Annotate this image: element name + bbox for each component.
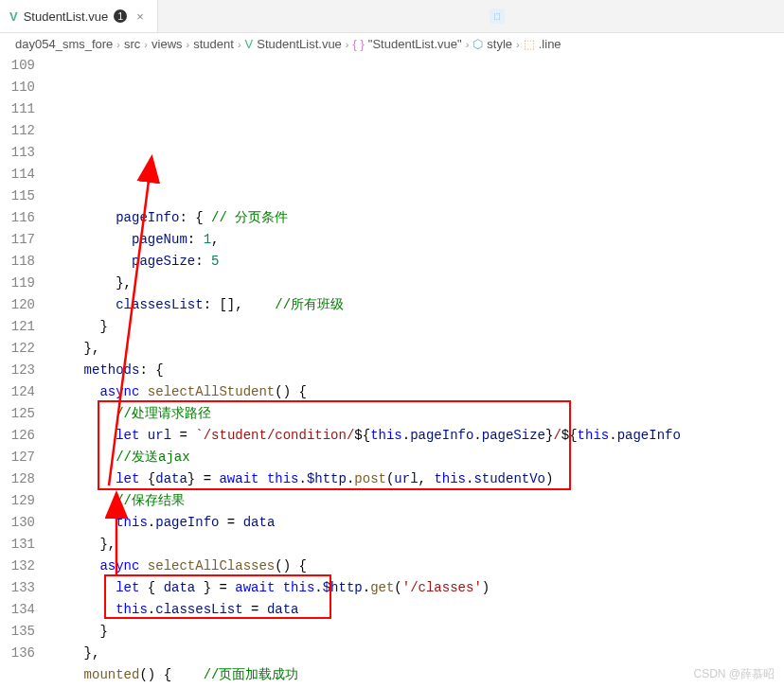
code-line[interactable]: }: [52, 621, 784, 643]
line-number: 120: [0, 294, 35, 316]
chevron-right-icon: ›: [144, 39, 148, 50]
line-number: 125: [0, 403, 35, 425]
code-line[interactable]: }: [52, 316, 784, 338]
tab-filename: StudentList.vue: [24, 9, 109, 24]
tab-bar: V StudentList.vue 1 × ⬚: [0, 0, 784, 33]
breadcrumb-item[interactable]: student: [193, 37, 234, 51]
code-line[interactable]: classesList: [], //所有班级: [52, 294, 784, 316]
line-number: 131: [0, 534, 35, 556]
line-number: 130: [0, 512, 35, 534]
line-number: 114: [0, 164, 35, 185]
line-number: 116: [0, 207, 35, 229]
cube-icon: ⬡: [472, 37, 483, 51]
close-icon[interactable]: ×: [133, 9, 148, 24]
breadcrumb-item[interactable]: views: [151, 37, 183, 51]
line-number: 126: [0, 425, 35, 447]
breadcrumb-item[interactable]: style: [487, 37, 512, 51]
code-line[interactable]: mounted() { //页面加载成功: [52, 664, 784, 686]
chevron-right-icon: ›: [116, 39, 120, 50]
line-number: 123: [0, 360, 35, 381]
chevron-right-icon: ›: [466, 39, 470, 50]
chevron-right-icon: ›: [346, 39, 349, 50]
code-line[interactable]: let {data} = await this.$http.post(url, …: [52, 468, 784, 490]
code-line[interactable]: let url = `/student/condition/${this.pag…: [52, 425, 784, 447]
line-number: 127: [0, 447, 35, 468]
line-number: 122: [0, 338, 35, 360]
line-number: 118: [0, 251, 35, 273]
line-number: 112: [0, 120, 35, 142]
vue-icon: V: [245, 37, 254, 51]
watermark: CSDN @薛慕昭: [693, 666, 775, 682]
breadcrumb-item[interactable]: "StudentList.vue": [368, 37, 462, 51]
code-line[interactable]: let { data } = await this.$http.get('/cl…: [52, 577, 784, 599]
file-tab[interactable]: V StudentList.vue 1 ×: [0, 0, 158, 32]
line-number: 124: [0, 381, 35, 403]
breadcrumb-item[interactable]: day054_sms_fore: [15, 37, 113, 51]
code-line[interactable]: async selectAllClasses() {: [52, 556, 784, 577]
line-number: 119: [0, 273, 35, 294]
code-line[interactable]: },: [52, 643, 784, 664]
breadcrumb-item[interactable]: StudentList.vue: [257, 37, 342, 51]
chevron-right-icon: ›: [516, 39, 520, 50]
breadcrumb-item[interactable]: src: [124, 37, 140, 51]
code-line[interactable]: methods: {: [52, 360, 784, 381]
code-line[interactable]: //处理请求路径: [52, 403, 784, 425]
line-number: 135: [0, 621, 35, 643]
line-number: 136: [0, 643, 35, 664]
code-area[interactable]: pageInfo: { // 分页条件 pageNum: 1, pageSize…: [52, 55, 784, 688]
breadcrumb-item[interactable]: .line: [539, 37, 561, 51]
line-number: 109: [0, 55, 35, 77]
code-line[interactable]: pageSize: 5: [52, 251, 784, 273]
brace-icon: { }: [353, 37, 365, 51]
modified-badge: 1: [114, 9, 127, 23]
top-badge-icon: ⬚: [490, 9, 505, 24]
line-number: 128: [0, 468, 35, 490]
line-number: 132: [0, 556, 35, 577]
chevron-right-icon: ›: [187, 39, 190, 50]
code-line[interactable]: pageInfo: { // 分页条件: [52, 207, 784, 229]
code-line[interactable]: async selectAllStudent() {: [52, 381, 784, 403]
line-number: 115: [0, 185, 35, 207]
code-line[interactable]: //保存结果: [52, 490, 784, 512]
code-line[interactable]: pageNum: 1,: [52, 229, 784, 251]
breadcrumb: day054_sms_fore › src › views › student …: [0, 33, 784, 55]
line-gutter: 1091101111121131141151161171181191201211…: [0, 55, 52, 688]
line-number: 134: [0, 599, 35, 621]
line-number: 133: [0, 577, 35, 599]
chevron-right-icon: ›: [238, 39, 241, 50]
field-icon: ⬚: [524, 37, 535, 51]
line-number: 117: [0, 229, 35, 251]
line-number: 113: [0, 142, 35, 164]
code-line[interactable]: this.pageInfo = data: [52, 512, 784, 534]
code-line[interactable]: },: [52, 273, 784, 294]
vue-icon: V: [9, 9, 18, 24]
line-number: 110: [0, 77, 35, 98]
code-editor[interactable]: 1091101111121131141151161171181191201211…: [0, 55, 784, 688]
code-line[interactable]: },: [52, 534, 784, 556]
code-line[interactable]: //发送ajax: [52, 447, 784, 468]
code-line[interactable]: },: [52, 338, 784, 360]
line-number: 129: [0, 490, 35, 512]
line-number: 121: [0, 316, 35, 338]
code-line[interactable]: this.classesList = data: [52, 599, 784, 621]
line-number: 111: [0, 98, 35, 120]
